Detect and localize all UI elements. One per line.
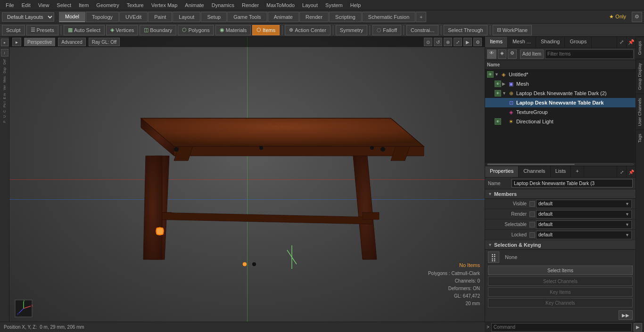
selection-keying-section-header[interactable]: ▼ Selection & Keying <box>485 240 636 250</box>
item-expand-laptopdesk[interactable]: ▼ <box>502 91 507 96</box>
add-tab-button[interactable]: + <box>416 12 426 22</box>
tab-topology[interactable]: Topology <box>86 12 119 22</box>
menu-system[interactable]: System <box>322 1 347 9</box>
symmetry-button[interactable]: Symmetry <box>336 25 368 35</box>
tab-model[interactable]: Model <box>59 12 85 22</box>
item-row-laptopdesk-mesh[interactable]: ⊡ Laptop Desk Nnewvante Table Dark <box>485 98 636 107</box>
vp-expand-button[interactable]: ▸ <box>12 38 21 46</box>
menu-texture[interactable]: Texture <box>123 1 148 9</box>
presets-button[interactable]: ☰ Presets <box>26 25 58 35</box>
vtab-tags[interactable]: Tags <box>636 130 644 146</box>
menu-item[interactable]: Item <box>75 1 92 9</box>
locked-checkbox[interactable] <box>529 232 535 238</box>
item-expand-untitled[interactable]: ▼ <box>495 72 499 77</box>
vp-camera-icon[interactable]: ⊙ <box>424 38 432 46</box>
item-row-mesh[interactable]: 👁 ▶ ▣ Mesh <box>485 79 636 89</box>
menu-file[interactable]: File <box>2 1 18 9</box>
item-row-texturegroup[interactable]: ◈ TextureGroup <box>485 107 636 117</box>
vp-rotate-icon[interactable]: ↺ <box>434 38 442 46</box>
visible-checkbox[interactable] <box>529 201 535 207</box>
item-row-directional-light[interactable]: 👁 ☀ Directional Light <box>485 117 636 126</box>
rp-pin-icon[interactable]: 📌 <box>626 37 636 48</box>
menu-animate[interactable]: Animate <box>181 1 207 9</box>
name-input[interactable] <box>512 179 633 187</box>
item-expand-mesh[interactable]: ▶ <box>502 81 507 86</box>
tab-uvedit[interactable]: UVEdit <box>119 12 148 22</box>
menu-help[interactable]: Help <box>347 1 365 9</box>
tab-render[interactable]: Render <box>299 12 329 22</box>
members-section-header[interactable]: ▼ Members <box>485 189 636 199</box>
falloff-button[interactable]: ◌ Falloff <box>372 25 401 35</box>
key-channels-button[interactable]: Key Channels <box>488 298 633 308</box>
menu-layout[interactable]: Layout <box>298 1 322 9</box>
boundary-button[interactable]: ◫ Boundary <box>140 25 176 35</box>
polygons-button[interactable]: ⬡ Polygons <box>178 25 214 35</box>
menu-maxtomodo[interactable]: MaxToModo <box>263 1 298 9</box>
sculpt-button[interactable]: Sculpt <box>2 25 25 35</box>
constraints-button[interactable]: Constrai... <box>406 25 438 35</box>
render-dropdown[interactable]: default ▼ <box>536 210 632 219</box>
left-tool-1[interactable]: ▸ <box>1 39 8 46</box>
tab-schematic-fusion[interactable]: Schematic Fusion <box>362 12 415 22</box>
menu-view[interactable]: View <box>34 1 53 9</box>
menu-dynamics[interactable]: Dynamics <box>208 1 238 9</box>
visible-dropdown[interactable]: default ▼ <box>536 200 632 208</box>
locked-dropdown[interactable]: default ▼ <box>536 231 632 239</box>
prop-tab-add[interactable]: + <box>571 166 584 177</box>
filter-items-input[interactable] <box>545 49 634 59</box>
menu-vertex-map[interactable]: Vertex Map <box>148 1 182 9</box>
render-checkbox[interactable] <box>529 211 535 217</box>
tab-layout[interactable]: Layout <box>173 12 200 22</box>
vertices-button[interactable]: ◈ Vertices <box>106 25 138 35</box>
selectable-checkbox[interactable] <box>529 222 535 227</box>
items-scrollbar[interactable] <box>485 162 636 166</box>
vtab-user-channels[interactable]: User Channels <box>636 94 644 130</box>
vp-raygl-button[interactable]: Ray GL: Off <box>89 38 120 46</box>
item-visibility-laptopdesk[interactable]: 👁 <box>495 90 501 97</box>
settings-gear-icon[interactable]: ⚙ <box>632 12 642 22</box>
vp-render-icon[interactable]: ▶ <box>463 38 472 46</box>
command-run-icon[interactable]: ▶ <box>634 323 642 332</box>
vp-advanced-button[interactable]: Advanced <box>58 38 85 46</box>
prop-tab-channels[interactable]: Channels <box>519 166 550 177</box>
layout-selector[interactable]: Default Layouts <box>2 12 54 22</box>
vp-fit-icon[interactable]: ⤢ <box>454 38 462 46</box>
add-item-button[interactable]: Add Item <box>520 49 544 59</box>
items-button[interactable]: ⬡ Items <box>252 25 280 35</box>
item-visibility-mesh[interactable]: 👁 <box>495 81 501 87</box>
select-channels-button[interactable]: Select Channels <box>488 276 633 286</box>
item-visibility-light[interactable]: 👁 <box>495 118 501 125</box>
rp-tab-shading[interactable]: Shading <box>536 37 565 48</box>
tab-paint[interactable]: Paint <box>148 12 172 22</box>
sel-grid-icon[interactable]: ⣿ <box>488 251 499 263</box>
tab-scripting[interactable]: Scripting <box>329 12 362 22</box>
item-row-untitled[interactable]: 👁 ▼ ◈ Untitled* <box>485 70 636 79</box>
vp-zoom-icon[interactable]: ⊕ <box>444 38 452 46</box>
tab-animate[interactable]: Animate <box>268 12 299 22</box>
select-items-button[interactable]: Select Items <box>488 266 633 275</box>
rp-tab-mesh[interactable]: Mesh ... <box>508 37 536 48</box>
items-list[interactable]: 👁 ▼ ◈ Untitled* 👁 ▶ ▣ Mesh 👁 ▼ ⊕ Laptop … <box>485 70 636 162</box>
command-input[interactable] <box>491 323 632 332</box>
materials-button[interactable]: ◉ Materials <box>215 25 251 35</box>
menu-geometry[interactable]: Geometry <box>92 1 123 9</box>
vp-perspective-button[interactable]: Perspective <box>24 38 55 46</box>
tab-setup[interactable]: Setup <box>201 12 227 22</box>
auto-select-button[interactable]: ▦ Auto Select <box>64 25 105 35</box>
vtab-group-display[interactable]: Group Display <box>636 59 644 94</box>
workplane-button[interactable]: ⊟ WorkPlane <box>493 25 532 35</box>
selectable-dropdown[interactable]: default ▼ <box>536 220 632 229</box>
rp-tab-groups[interactable]: Groups <box>565 37 592 48</box>
pin-icon-tool[interactable]: ◈ <box>498 49 506 59</box>
vtab-groups[interactable]: Groups <box>636 37 644 59</box>
menu-edit[interactable]: Edit <box>18 1 34 9</box>
left-tool-2[interactable]: ↕ <box>1 49 8 57</box>
eye-icon-tool[interactable]: 👁 <box>487 49 496 59</box>
prop-tab-properties[interactable]: Properties <box>485 166 519 177</box>
key-items-button[interactable]: Key Items <box>488 287 633 297</box>
rp-tab-items[interactable]: Items <box>485 37 508 48</box>
rp-expand-icon[interactable]: ⤢ <box>617 37 626 48</box>
prop-pin-icon[interactable]: 📌 <box>626 166 636 178</box>
item-visibility-untitled[interactable]: 👁 <box>487 71 494 78</box>
tab-gametools[interactable]: Game Tools <box>227 12 267 22</box>
